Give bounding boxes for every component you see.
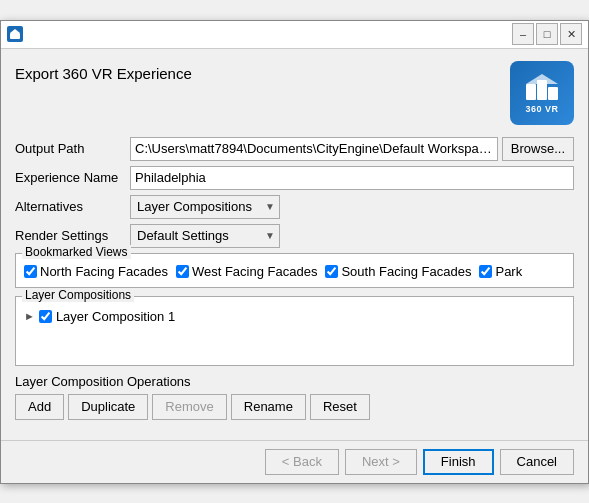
add-button[interactable]: Add xyxy=(15,394,64,420)
experience-name-label: Experience Name xyxy=(15,170,130,185)
finish-button[interactable]: Finish xyxy=(423,449,494,475)
maximize-button[interactable]: □ xyxy=(536,23,558,45)
window-title-row: Export 360 VR Experience 360 VR xyxy=(15,61,574,125)
alternatives-row: Alternatives Layer Compositions None ▼ xyxy=(15,195,574,219)
footer-bar: < Back Next > Finish Cancel xyxy=(1,440,588,483)
render-settings-select-wrapper: Default Settings Custom Settings ▼ xyxy=(130,224,280,248)
checkbox-west-facing[interactable]: West Facing Facades xyxy=(176,264,317,279)
layer-comp-content: ► Layer Composition 1 xyxy=(20,307,569,326)
svg-rect-4 xyxy=(548,87,558,100)
main-window: – □ ✕ Export 360 VR Experience 360 VR Ou… xyxy=(0,20,589,484)
operations-section: Layer Composition Operations Add Duplica… xyxy=(15,374,574,420)
checkbox-west-facing-input[interactable] xyxy=(176,265,189,278)
svg-marker-1 xyxy=(10,29,20,33)
bookmarked-views-checkboxes: North Facing Facades West Facing Facades… xyxy=(24,264,565,279)
checkbox-park[interactable]: Park xyxy=(479,264,522,279)
title-bar-controls: – □ ✕ xyxy=(512,23,582,45)
render-settings-select[interactable]: Default Settings Custom Settings xyxy=(130,224,280,248)
svg-rect-0 xyxy=(10,33,20,39)
remove-button[interactable]: Remove xyxy=(152,394,226,420)
logo-badge: 360 VR xyxy=(510,61,574,125)
bookmarked-views-label: Bookmarked Views xyxy=(22,245,131,259)
output-path-input[interactable] xyxy=(130,137,498,161)
svg-rect-2 xyxy=(526,84,536,100)
svg-marker-5 xyxy=(526,74,558,84)
expand-arrow-icon[interactable]: ► xyxy=(24,310,35,322)
layer-comp-1-checkbox[interactable] xyxy=(39,310,52,323)
duplicate-button[interactable]: Duplicate xyxy=(68,394,148,420)
logo-label: 360 VR xyxy=(525,104,558,114)
cancel-button[interactable]: Cancel xyxy=(500,449,574,475)
experience-name-row: Experience Name xyxy=(15,166,574,190)
alternatives-select[interactable]: Layer Compositions None xyxy=(130,195,280,219)
checkbox-park-input[interactable] xyxy=(479,265,492,278)
app-icon xyxy=(7,26,23,42)
title-bar: – □ ✕ xyxy=(1,21,588,49)
dialog-content: Export 360 VR Experience 360 VR Output P… xyxy=(1,49,588,440)
bookmarked-views-group: Bookmarked Views North Facing Facades We… xyxy=(15,253,574,288)
list-item: ► Layer Composition 1 xyxy=(20,307,569,326)
close-button[interactable]: ✕ xyxy=(560,23,582,45)
alternatives-label: Alternatives xyxy=(15,199,130,214)
title-bar-left xyxy=(7,26,23,42)
render-settings-label: Render Settings xyxy=(15,228,130,243)
output-path-label: Output Path xyxy=(15,141,130,156)
checkbox-south-facing-input[interactable] xyxy=(325,265,338,278)
checkbox-park-label: Park xyxy=(495,264,522,279)
browse-button[interactable]: Browse... xyxy=(502,137,574,161)
checkbox-west-facing-label: West Facing Facades xyxy=(192,264,317,279)
experience-name-input[interactable] xyxy=(130,166,574,190)
minimize-button[interactable]: – xyxy=(512,23,534,45)
layer-compositions-label: Layer Compositions xyxy=(22,288,134,302)
bookmarked-views-content: North Facing Facades West Facing Facades… xyxy=(24,264,565,279)
window-title: Export 360 VR Experience xyxy=(15,61,192,82)
layer-compositions-group: Layer Compositions ► Layer Composition 1 xyxy=(15,296,574,366)
checkbox-north-facing-label: North Facing Facades xyxy=(40,264,168,279)
reset-button[interactable]: Reset xyxy=(310,394,370,420)
operations-label: Layer Composition Operations xyxy=(15,374,574,389)
rename-button[interactable]: Rename xyxy=(231,394,306,420)
output-path-row: Output Path Browse... xyxy=(15,137,574,161)
checkbox-north-facing-input[interactable] xyxy=(24,265,37,278)
checkbox-north-facing[interactable]: North Facing Facades xyxy=(24,264,168,279)
operations-buttons: Add Duplicate Remove Rename Reset xyxy=(15,394,574,420)
checkbox-south-facing[interactable]: South Facing Facades xyxy=(325,264,471,279)
back-button[interactable]: < Back xyxy=(265,449,339,475)
layer-comp-1-name: Layer Composition 1 xyxy=(56,309,175,324)
alternatives-select-wrapper: Layer Compositions None ▼ xyxy=(130,195,280,219)
checkbox-south-facing-label: South Facing Facades xyxy=(341,264,471,279)
next-button[interactable]: Next > xyxy=(345,449,417,475)
